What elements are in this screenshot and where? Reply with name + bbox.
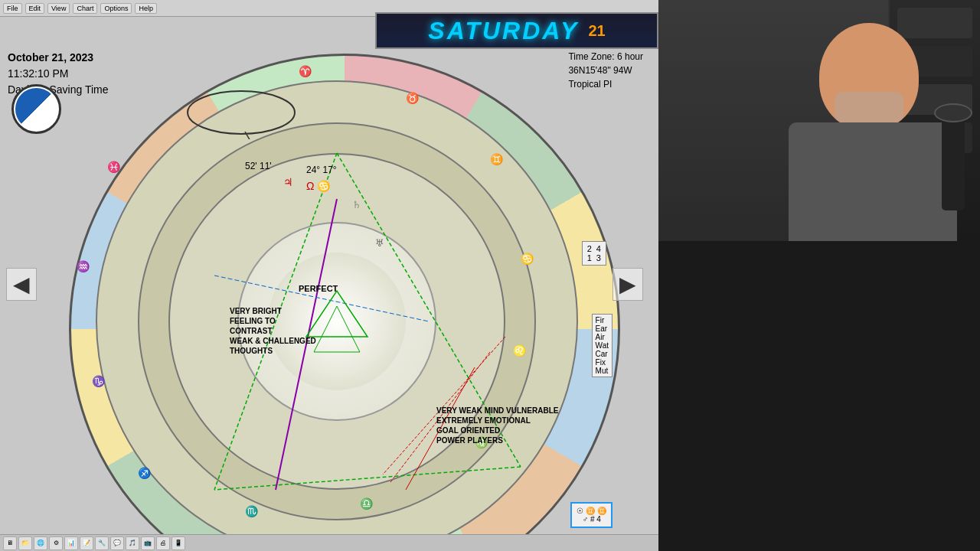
elem-fire: Fir — [596, 316, 609, 324]
elem-earth: Ear — [596, 324, 609, 333]
zodiac-cancer: ♋ — [521, 253, 534, 265]
elem-air: Air — [596, 333, 609, 341]
person-video — [658, 0, 980, 241]
taskbar-icon-5[interactable]: 📊 — [64, 536, 78, 550]
element-mode-box: Fir Ear Air Wat Car Fix Mut — [592, 314, 612, 377]
zodiac-gemini: ♊ — [490, 153, 503, 165]
nav-left-arrow[interactable]: ◀ — [6, 268, 37, 301]
taskbar-icon-8[interactable]: 💬 — [110, 536, 124, 550]
sym-line2: ♂ # 4 — [577, 515, 606, 523]
toolbar-btn-file[interactable]: File — [3, 3, 22, 14]
taskbar-icon-4[interactable]: ⚙ — [49, 536, 63, 550]
taskbar-icon-10[interactable]: 📺 — [141, 536, 155, 550]
zodiac-aquarius: ♒ — [77, 260, 90, 272]
person-body — [789, 122, 957, 241]
svg-point-10 — [188, 91, 295, 134]
toolbar-btn-help[interactable]: Help — [135, 3, 157, 14]
zodiac-aries: ♈ — [299, 65, 312, 77]
taskbar-icon-12[interactable]: 📱 — [172, 536, 185, 550]
planet-uranus: ♅ — [375, 237, 384, 249]
toolbar-btn-edit[interactable]: Edit — [25, 3, 45, 14]
person-beard — [835, 92, 903, 122]
taskbar-icon-6[interactable]: 📝 — [80, 536, 93, 550]
planet-degree-1: 24° 17° — [306, 165, 337, 175]
zodiac-pisces: ♓ — [107, 161, 120, 173]
nb-24: 2 4 — [587, 244, 601, 253]
taskbar-icon-7[interactable]: 🔧 — [95, 536, 109, 550]
webcam-feed — [658, 0, 980, 241]
chart-wheel: ♈ ♉ ♊ ♋ ♌ ♍ ♎ ♏ ♐ ♑ ♒ ♓ PERFECT VERY BRI… — [61, 46, 643, 551]
annotation-weak: VERY WEAK MIND VULNERABLEEXTREMELY EMOTI… — [436, 406, 558, 445]
annotation-bright: VERY BRIGHTFEELING TOCONTRASTWEAK & CHAL… — [230, 306, 316, 356]
taskbar-icon-1[interactable]: 🖥 — [3, 536, 17, 550]
toolbar-btn-chart[interactable]: Chart — [73, 3, 97, 14]
degree-52-11: 52' 11' — [245, 161, 272, 171]
zodiac-libra: ♎ — [360, 497, 373, 510]
planet-saturn: ♄ — [352, 199, 361, 210]
saturday-number: 21 — [588, 22, 605, 40]
taskbar-icon-9[interactable]: 🎵 — [126, 536, 139, 550]
mode-mutable: Mut — [596, 367, 609, 375]
symbol-box: ☉ ♊ ♊ ♂ # 4 — [570, 502, 612, 528]
taskbar-icon-2[interactable]: 📁 — [18, 536, 32, 550]
annotation-perfect: PERFECT — [299, 283, 338, 294]
zodiac-sagittarius: ♐ — [138, 467, 151, 479]
app-logo — [11, 84, 61, 134]
planet-jupiter: ♃ — [283, 176, 293, 188]
toolbar-btn-options[interactable]: Options — [100, 3, 132, 14]
person-head — [819, 23, 919, 130]
zodiac-scorpio: ♏ — [245, 505, 258, 517]
mode-cardinal: Car — [596, 350, 609, 358]
right-panel: Collective Influences ◀ Oct 19 - 25 ▶ Dr… — [658, 0, 980, 551]
panel-tile-1 — [897, 8, 972, 38]
zodiac-capricorn: ♑ — [92, 375, 105, 387]
saturday-label: SATURDAY — [428, 17, 579, 45]
zodiac-taurus: ♉ — [406, 92, 419, 104]
astro-panel: File Edit View Chart Options Help SATURD… — [0, 0, 658, 551]
sym-line1: ☉ ♊ ♊ — [577, 507, 606, 515]
microphone-head — [934, 103, 972, 122]
number-box: 2 4 1 3 — [582, 241, 606, 266]
taskbar-icon-3[interactable]: 🌐 — [34, 536, 47, 550]
nav-right-arrow[interactable]: ▶ — [612, 268, 643, 301]
thought-bubble — [184, 86, 299, 142]
toolbar-btn-view[interactable]: View — [47, 3, 70, 14]
planet-omega: Ω ♋ — [306, 180, 330, 192]
saturday-header: SATURDAY 21 — [375, 12, 658, 49]
taskbar-icon-11[interactable]: 🖨 — [156, 536, 170, 550]
zodiac-leo: ♌ — [513, 344, 526, 357]
bottom-taskbar: 🖥 📁 🌐 ⚙ 📊 📝 🔧 💬 🎵 📺 🖨 📱 — [0, 534, 658, 551]
nb-13: 1 3 — [587, 253, 601, 262]
mode-fixed: Fix — [596, 358, 609, 367]
microphone-stand — [942, 119, 965, 210]
logo-inner — [15, 88, 57, 130]
elem-water: Wat — [596, 341, 609, 350]
